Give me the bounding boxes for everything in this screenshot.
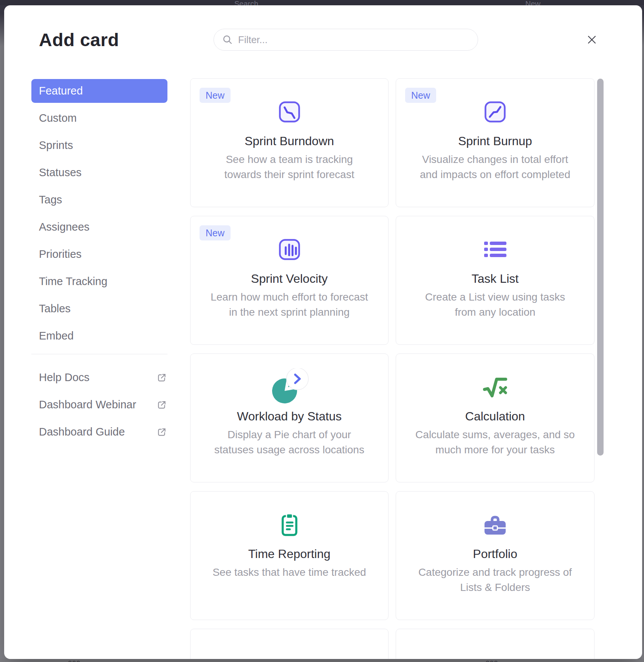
card-calculation[interactable]: Calculation Calculate sums, averages, an… bbox=[396, 353, 594, 482]
sidebar-item-label: Custom bbox=[39, 112, 77, 124]
task-list-icon bbox=[483, 241, 507, 258]
link-help-docs[interactable]: Help Docs bbox=[31, 366, 167, 389]
workload-pie-icon bbox=[269, 368, 310, 406]
new-badge: New bbox=[200, 225, 231, 240]
external-link-icon bbox=[157, 373, 167, 383]
card-sprint-burndown[interactable]: New Sprint Burndown See how a team is tr… bbox=[190, 78, 389, 207]
sidebar-item-label: Tables bbox=[39, 302, 71, 315]
sidebar-item-label: Time Tracking bbox=[39, 275, 107, 288]
sidebar-item-sprints[interactable]: Sprints bbox=[31, 133, 167, 157]
portfolio-briefcase-icon bbox=[481, 513, 509, 537]
partial-card[interactable] bbox=[190, 629, 389, 659]
card-description: Display a Pie chart of your statuses usa… bbox=[201, 427, 378, 457]
calculation-sqrt-icon bbox=[482, 375, 508, 399]
background-text-fragment: ooo bbox=[486, 659, 498, 662]
new-badge: New bbox=[200, 88, 231, 103]
sidebar-item-label: Tags bbox=[39, 194, 62, 206]
card-description: See how a team is tracking towards their… bbox=[201, 152, 378, 182]
card-description: Calculate sums, averages, and so much mo… bbox=[407, 427, 584, 457]
sidebar-item-assignees[interactable]: Assignees bbox=[31, 215, 167, 239]
sprint-velocity-icon bbox=[279, 239, 300, 260]
sidebar-item-label: Embed bbox=[39, 330, 74, 342]
scrollbar-thumb[interactable] bbox=[597, 79, 604, 456]
new-badge: New bbox=[405, 88, 436, 103]
sidebar-item-label: Featured bbox=[39, 85, 83, 97]
sidebar-item-embed[interactable]: Embed bbox=[31, 324, 167, 348]
background-text-fragment: ooo bbox=[68, 659, 80, 662]
sidebar-item-label: Assignees bbox=[39, 221, 90, 233]
link-label: Help Docs bbox=[39, 371, 157, 384]
card-description: Learn how much effort to forecast in the… bbox=[201, 290, 378, 320]
close-button[interactable] bbox=[583, 31, 601, 48]
card-title: Task List bbox=[396, 271, 594, 286]
background-text-fragment: New bbox=[525, 0, 540, 5]
card-description: Categorize and track progress of Lists &… bbox=[407, 565, 584, 595]
card-workload-by-status[interactable]: Workload by Status Display a Pie chart o… bbox=[190, 353, 389, 482]
card-title: Time Reporting bbox=[190, 547, 388, 561]
add-card-modal: Add card Featured Custom Sprints Statuse… bbox=[4, 5, 642, 659]
card-title: Calculation bbox=[396, 409, 594, 423]
card-title: Sprint Burnup bbox=[396, 134, 594, 148]
sidebar-item-label: Sprints bbox=[39, 139, 73, 152]
filter-field[interactable] bbox=[214, 29, 478, 51]
link-label: Dashboard Webinar bbox=[39, 398, 157, 411]
link-dashboard-guide[interactable]: Dashboard Guide bbox=[31, 420, 167, 444]
category-sidebar: Featured Custom Sprints Statuses Tags As… bbox=[31, 79, 167, 447]
card-description: Visualize changes in total effort and im… bbox=[407, 152, 584, 182]
close-icon bbox=[585, 33, 598, 46]
card-portfolio[interactable]: Portfolio Categorize and track progress … bbox=[396, 491, 594, 620]
card-task-list[interactable]: Task List Create a List view using tasks… bbox=[396, 216, 594, 345]
sidebar-item-tables[interactable]: Tables bbox=[31, 297, 167, 321]
sidebar-item-statuses[interactable]: Statuses bbox=[31, 161, 167, 184]
background-text-fragment: Search bbox=[234, 0, 258, 5]
sidebar-links: Help Docs Dashboard Webinar Dashboard Gu… bbox=[31, 366, 167, 444]
card-description: Create a List view using tasks from any … bbox=[407, 290, 584, 320]
card-title: Sprint Velocity bbox=[190, 271, 388, 286]
card-title: Workload by Status bbox=[190, 409, 388, 423]
card-time-reporting[interactable]: Time Reporting See tasks that have time … bbox=[190, 491, 389, 620]
sidebar-item-featured[interactable]: Featured bbox=[31, 79, 167, 103]
screen: Search New ooo ooo Add card Featured Cus… bbox=[0, 0, 644, 662]
sprint-burnup-icon bbox=[484, 101, 506, 123]
card-grid: New Sprint Burndown See how a team is tr… bbox=[190, 78, 594, 659]
card-sprint-velocity[interactable]: New Sprint Velocity Learn how much effor… bbox=[190, 216, 389, 345]
background-app-bottom: ooo ooo bbox=[0, 659, 644, 662]
modal-title: Add card bbox=[39, 29, 119, 50]
card-title: Sprint Burndown bbox=[190, 134, 388, 148]
sprint-burndown-icon bbox=[279, 101, 300, 123]
background-app-topbar: Search New bbox=[0, 0, 644, 5]
sidebar-item-custom[interactable]: Custom bbox=[31, 106, 167, 130]
search-icon bbox=[222, 34, 233, 45]
sidebar-item-label: Statuses bbox=[39, 166, 82, 179]
sidebar-item-priorities[interactable]: Priorities bbox=[31, 242, 167, 266]
link-label: Dashboard Guide bbox=[39, 426, 157, 438]
partial-card[interactable] bbox=[396, 629, 594, 659]
card-description: See tasks that have time tracked bbox=[201, 565, 378, 580]
sidebar-item-tags[interactable]: Tags bbox=[31, 188, 167, 212]
time-reporting-clipboard-icon bbox=[277, 512, 302, 537]
filter-input[interactable] bbox=[238, 34, 469, 46]
card-title: Portfolio bbox=[396, 547, 594, 561]
link-dashboard-webinar[interactable]: Dashboard Webinar bbox=[31, 393, 167, 417]
sidebar-item-time-tracking[interactable]: Time Tracking bbox=[31, 270, 167, 293]
card-sprint-burnup[interactable]: New Sprint Burnup Visualize changes in t… bbox=[396, 78, 594, 207]
sidebar-divider bbox=[31, 354, 167, 354]
external-link-icon bbox=[157, 400, 167, 410]
external-link-icon bbox=[157, 427, 167, 437]
sidebar-item-label: Priorities bbox=[39, 248, 82, 260]
